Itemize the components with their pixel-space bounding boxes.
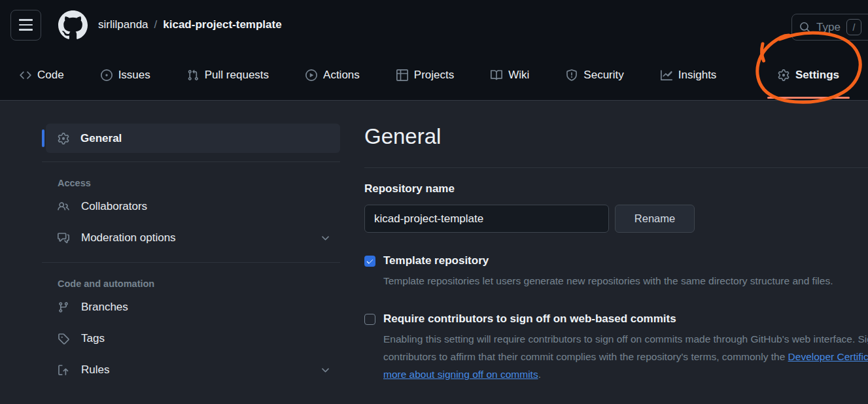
settings-main-panel: General Repository name Rename Template …: [364, 101, 868, 383]
issue-opened-icon: [101, 69, 113, 81]
tab-label: Security: [583, 69, 623, 82]
github-logo-icon[interactable]: [58, 10, 88, 40]
chevron-down-icon[interactable]: [320, 233, 331, 244]
check-icon: [366, 257, 374, 265]
sidebar-item-branches[interactable]: Branches: [42, 292, 340, 323]
play-icon: [305, 69, 317, 81]
sidebar-section-code-automation: Code and automation: [58, 278, 340, 289]
tab-insights[interactable]: Insights: [661, 50, 717, 100]
sidebar-item-moderation-options[interactable]: Moderation options: [42, 222, 340, 254]
signoff-description: Enabling this setting will require contr…: [383, 330, 868, 383]
tab-label: Projects: [414, 69, 454, 82]
breadcrumb-repo-link[interactable]: kicad-project-template: [163, 18, 281, 31]
tab-label: Settings: [795, 69, 839, 82]
template-repository-description: Template repositories let users generate…: [383, 272, 868, 290]
people-icon: [58, 201, 69, 212]
signoff-description-line2: contributors to affirm that their commit…: [383, 348, 868, 365]
tab-code[interactable]: Code: [20, 50, 64, 100]
shield-icon: [566, 69, 578, 81]
rename-button[interactable]: Rename: [615, 205, 695, 233]
sidebar-item-label: General: [80, 132, 122, 145]
breadcrumb-separator: /: [154, 18, 158, 31]
rules-icon: [58, 364, 69, 376]
chevron-down-icon[interactable]: [320, 365, 331, 376]
tab-label: Actions: [323, 69, 360, 82]
sidebar-item-label: Tags: [81, 332, 105, 345]
repository-name-input[interactable]: [364, 205, 609, 233]
graph-icon: [661, 69, 672, 81]
sidebar-item-tags[interactable]: Tags: [42, 323, 340, 354]
sidebar-divider: [42, 161, 340, 162]
dco-link[interactable]: Developer Certificate of Origin: [788, 351, 868, 362]
signoff-description-line1: Enabling this setting will require contr…: [383, 330, 868, 348]
signoff-learn-more-link[interactable]: more about signing off on commits: [383, 369, 538, 380]
search-input[interactable]: Type /: [791, 14, 868, 41]
sidebar-item-label: Rules: [81, 363, 109, 377]
tab-pull-requests[interactable]: Pull requests: [187, 50, 269, 100]
breadcrumb: sirlilpanda / kicad-project-template: [98, 18, 282, 31]
page-title: General: [364, 124, 868, 149]
signoff-checkbox[interactable]: [364, 314, 375, 325]
hamburger-menu-button[interactable]: [10, 10, 41, 41]
tab-label: Issues: [118, 69, 150, 82]
sidebar-item-label: Branches: [81, 301, 128, 314]
sidebar-section-access: Access: [58, 178, 340, 188]
book-icon: [491, 69, 502, 81]
tab-label: Code: [37, 69, 64, 82]
slash-key-badge: /: [846, 19, 861, 35]
gear-icon: [58, 133, 69, 144]
gear-icon: [778, 69, 790, 81]
template-repository-checkbox[interactable]: [364, 256, 375, 267]
tab-label: Pull requests: [205, 69, 269, 82]
sidebar-item-collaborators[interactable]: Collaborators: [42, 191, 340, 222]
tag-icon: [58, 333, 69, 345]
sidebar-divider: [42, 262, 340, 263]
tab-issues[interactable]: Issues: [101, 50, 150, 100]
tab-wiki[interactable]: Wiki: [491, 50, 529, 100]
sidebar-item-label: Moderation options: [81, 231, 176, 244]
signoff-label[interactable]: Require contributors to sign off on web-…: [383, 312, 676, 326]
repo-nav-tabs: Code Issues Pull requests Actions Projec…: [0, 50, 868, 101]
search-placeholder: Type: [816, 21, 841, 34]
repository-name-label: Repository name: [364, 182, 868, 195]
comment-discussion-icon: [58, 232, 69, 244]
sidebar-item-label: Collaborators: [81, 200, 147, 213]
signoff-description-line3: more about signing off on commits.: [383, 365, 868, 383]
search-icon: [799, 22, 810, 33]
settings-sidebar: General Access Collaborators Moderation …: [42, 124, 340, 386]
breadcrumb-owner-link[interactable]: sirlilpanda: [98, 18, 148, 31]
template-repository-label[interactable]: Template repository: [383, 254, 489, 267]
tab-security[interactable]: Security: [566, 50, 623, 100]
tab-label: Wiki: [508, 69, 529, 82]
tab-projects[interactable]: Projects: [396, 50, 454, 100]
sidebar-item-general[interactable]: General: [46, 124, 340, 153]
section-divider: [364, 167, 868, 168]
git-branch-icon: [58, 301, 69, 313]
tab-label: Insights: [678, 69, 717, 82]
git-pull-request-icon: [187, 69, 199, 81]
top-header: sirlilpanda / kicad-project-template Typ…: [0, 0, 868, 50]
code-icon: [20, 69, 31, 81]
sidebar-item-rules[interactable]: Rules: [42, 354, 340, 386]
tab-actions[interactable]: Actions: [305, 50, 360, 100]
tab-settings[interactable]: Settings: [778, 50, 839, 100]
table-icon: [396, 69, 408, 81]
